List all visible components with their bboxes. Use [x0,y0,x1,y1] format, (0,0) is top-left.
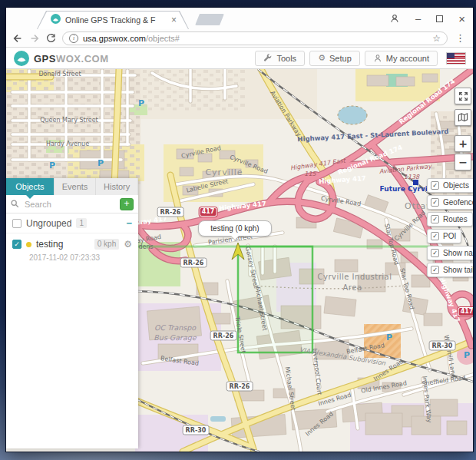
close-button[interactable]: × [458,13,465,25]
device-tooltip: testing (0 kph) [198,220,272,237]
device-status-dot [26,242,31,247]
tab-title: Online GPS Tracking & F [65,15,167,25]
zoom-in-button[interactable]: + [455,135,471,152]
tools-label: Tools [276,54,296,63]
group-count-badge: 1 [76,218,87,228]
desktop: Online GPS Tracking & F × – × i usa.gpsw… [0,0,476,460]
tab-objects[interactable]: Objects [6,178,55,195]
tab-events[interactable]: Events [55,178,97,195]
browser-window: Online GPS Tracking & F × – × i usa.gpsw… [6,8,473,452]
wrench-icon [263,54,273,63]
device-name: testing [36,239,63,250]
search-icon [11,200,19,208]
checkbox-checked-icon[interactable]: ✓ [431,249,439,257]
checkbox-checked-icon[interactable]: ✓ [431,232,439,240]
person-icon [373,54,382,63]
tab-history[interactable]: History [96,178,138,195]
layers-button[interactable] [455,109,471,126]
map-layers-icon [458,112,468,123]
group-name: Ungrouped [26,218,71,229]
layer-toggle-show-tails[interactable]: ✓Show tails [427,263,473,277]
checkbox-checked-icon[interactable]: ✓ [431,215,439,223]
forward-icon[interactable] [29,33,40,44]
setup-label: Setup [329,54,352,63]
map-canvas[interactable]: Donald StreetQueen Mary StreetHardy Aven… [6,69,473,452]
layer-label: Show tails [443,266,473,274]
url-host: usa.gpswox.com [83,34,146,43]
layer-toggle-show-names[interactable]: ✓Show names [427,246,473,260]
layer-label: Show names [443,249,473,257]
station-icon [413,180,418,185]
search-input[interactable] [23,199,116,210]
gpswox-logo[interactable]: GPSWOX.COM [14,51,108,66]
minimize-button[interactable]: – [415,14,421,24]
tools-button[interactable]: Tools [255,51,305,66]
profile-icon[interactable] [389,13,400,24]
device-tooltip-text: testing (0 kph) [210,224,259,233]
checkbox-checked-icon[interactable]: ✓ [431,181,439,190]
add-object-button[interactable]: + [120,198,134,210]
layer-label: Objects [443,181,469,190]
device-checkbox[interactable]: ✓ [12,240,21,249]
page-info-icon[interactable]: i [69,34,78,43]
browser-menu-icon[interactable]: ⋮ [454,32,467,44]
zoom-out-button[interactable]: − [455,154,471,170]
bookmark-star-icon[interactable]: ☆ [432,33,441,44]
device-settings-icon[interactable]: ⚙ [124,240,132,249]
address-bar[interactable]: i usa.gpswox.com/objects# ☆ [62,31,448,45]
my-account-button[interactable]: My account [365,51,438,66]
gpswox-logo-icon [14,51,29,66]
browser-navbar: i usa.gpswox.com/objects# ☆ ⋮ [6,29,473,48]
layer-toggle-poi[interactable]: ✓POI [427,229,461,243]
group-row[interactable]: Ungrouped 1 − [6,213,138,233]
layer-label: Geofences [443,198,473,207]
site-header: GPSWOX.COM Tools ⚙ Setup My account [6,48,473,69]
new-tab-button[interactable] [195,14,224,25]
device-speed-badge: 0 kph [94,239,119,250]
layer-label: POI [443,232,456,240]
layer-toggle-geofences[interactable]: ✓Geofences [427,195,473,210]
layer-toggle-routes[interactable]: ✓Routes [427,212,473,227]
setup-button[interactable]: ⚙ Setup [309,51,360,66]
maximize-icon [436,15,443,22]
device-row[interactable]: ✓ testing 0 kph ⚙ [6,233,138,252]
site-favicon [51,13,61,27]
group-collapse-button[interactable]: − [126,217,132,229]
fullscreen-button[interactable] [455,88,471,104]
reload-icon[interactable] [46,33,56,43]
flag-canton [447,53,455,58]
device-timestamp: 2017-11-02 07:23:33 [6,252,138,262]
browser-tabstrip: Online GPS Tracking & F × – × [6,8,473,29]
back-icon[interactable] [12,33,23,44]
fullscreen-icon [458,91,468,101]
language-flag-us[interactable] [447,53,465,64]
tab-close-icon[interactable]: × [171,15,177,25]
maximize-button[interactable] [436,14,443,24]
layer-toggle-objects[interactable]: ✓Objects [427,178,473,193]
url-path: /objects# [146,34,180,43]
panel-tabs: Objects Events History [6,178,138,195]
objects-panel: Objects Events History + Ungrouped 1 − ✓… [6,178,138,448]
browser-tab[interactable]: Online GPS Tracking & F × [37,11,189,29]
gear-icon: ⚙ [318,54,326,62]
logo-text-bold: GPS [34,53,56,65]
account-label: My account [386,54,429,63]
checkbox-checked-icon[interactable]: ✓ [431,198,439,207]
url-text[interactable]: usa.gpswox.com/objects# [83,34,428,43]
layer-label: Routes [443,215,468,223]
group-checkbox[interactable] [12,219,21,228]
logo-text-gray: WOX.COM [56,53,109,65]
checkbox-checked-icon[interactable]: ✓ [431,266,439,274]
